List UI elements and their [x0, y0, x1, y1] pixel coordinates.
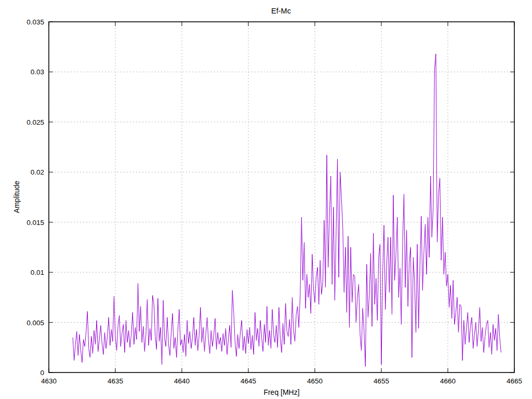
- y-tick-label: 0.01: [31, 269, 44, 276]
- x-tick-label: 4655: [374, 377, 389, 385]
- x-tick-label: 4635: [108, 377, 123, 385]
- x-tick-label: 4640: [174, 377, 190, 385]
- x-tick-label: 4650: [307, 377, 323, 385]
- data-layer: [73, 54, 501, 367]
- spectrum-plot: Ef-Mc Freq [MHz] Amplitude 4630463546404…: [0, 0, 532, 399]
- y-tick-label: 0.025: [26, 118, 44, 126]
- y-axis-title: Amplitude: [12, 181, 21, 213]
- y-tick-label: 0.005: [26, 319, 44, 327]
- x-tick-label: 4665: [507, 377, 522, 385]
- label-layer: Ef-Mc Freq [MHz] Amplitude 4630463546404…: [12, 7, 522, 396]
- y-tick-label: 0.015: [26, 219, 44, 227]
- x-axis-title: Freq [MHz]: [263, 388, 299, 396]
- y-tick-label: 0.02: [31, 168, 44, 176]
- x-tick-label: 4645: [241, 377, 256, 385]
- plot-title: Ef-Mc: [271, 7, 291, 15]
- signal-trace: [73, 54, 501, 367]
- chart-window: Ef-Mc Freq [MHz] Amplitude 4630463546404…: [0, 0, 532, 399]
- x-tick-label: 4630: [41, 377, 57, 385]
- y-tick-label: 0: [40, 369, 44, 377]
- y-tick-label: 0.035: [26, 18, 44, 26]
- y-tick-label: 0.03: [31, 68, 44, 76]
- x-tick-label: 4660: [440, 377, 456, 385]
